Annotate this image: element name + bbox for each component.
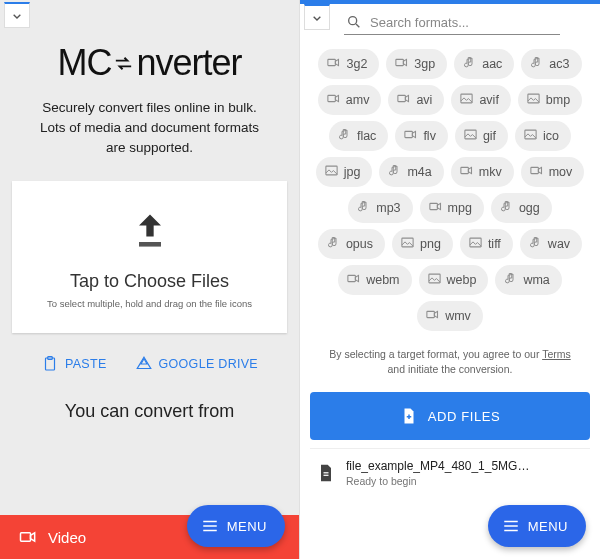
dropzone-subtitle: To select multiple, hold and drag on the… <box>24 298 275 309</box>
svg-point-4 <box>349 17 357 25</box>
format-chip-mpg[interactable]: mpg <box>420 193 484 223</box>
chip-label: jpg <box>344 165 361 179</box>
svg-rect-13 <box>525 130 536 139</box>
convert-icon <box>112 42 135 84</box>
format-chip-bmp[interactable]: bmp <box>518 85 582 115</box>
format-chip-3g2[interactable]: 3g2 <box>318 49 379 79</box>
tagline: Securely convert files online in bulk. L… <box>16 98 283 157</box>
format-chip-mkv[interactable]: mkv <box>451 157 514 187</box>
format-chip-ico[interactable]: ico <box>515 121 571 151</box>
format-chip-avif[interactable]: avif <box>451 85 510 115</box>
format-chip-wma[interactable]: wma <box>495 265 561 295</box>
file-info: file_example_MP4_480_1_5MG… Ready to beg… <box>346 459 584 487</box>
chip-label: mov <box>549 165 573 179</box>
format-chip-aac[interactable]: aac <box>454 49 514 79</box>
format-chip-wav[interactable]: wav <box>520 229 582 259</box>
terms-link[interactable]: Terms <box>542 348 571 360</box>
audio-icon <box>356 199 371 217</box>
collapse-button-left[interactable] <box>4 2 30 28</box>
video-tab-label: Video <box>48 529 86 546</box>
paste-label: PASTE <box>65 357 107 371</box>
format-chip-flac[interactable]: flac <box>329 121 388 151</box>
svg-rect-8 <box>398 95 406 101</box>
chip-label: ogg <box>519 201 540 215</box>
svg-rect-11 <box>405 131 413 137</box>
dropzone[interactable]: Tap to Choose Files To select multiple, … <box>12 181 287 333</box>
convert-from-heading: You can convert from <box>0 401 299 422</box>
logo-text-2: nverter <box>136 42 241 83</box>
svg-rect-12 <box>465 130 476 139</box>
audio-icon <box>528 235 543 253</box>
chip-label: ac3 <box>549 57 569 71</box>
chip-label: avif <box>479 93 498 107</box>
menu-fab-left[interactable]: MENU <box>187 505 285 547</box>
chip-label: webm <box>366 273 399 287</box>
format-chip-webp[interactable]: webp <box>419 265 489 295</box>
chip-label: mpg <box>448 201 472 215</box>
svg-rect-23 <box>324 473 329 474</box>
video-icon <box>425 307 440 325</box>
app-logo: MCnverter <box>16 42 283 86</box>
svg-rect-0 <box>139 242 161 247</box>
svg-rect-15 <box>461 167 469 173</box>
format-chip-avi[interactable]: avi <box>388 85 444 115</box>
chip-label: 3gp <box>414 57 435 71</box>
file-status: Ready to begin <box>346 475 584 487</box>
format-chip-mov[interactable]: mov <box>521 157 585 187</box>
format-chip-amv[interactable]: amv <box>318 85 382 115</box>
svg-rect-10 <box>528 94 539 103</box>
terms-text: By selecting a target format, you agree … <box>300 341 600 388</box>
image-icon <box>400 235 415 253</box>
format-chip-m4a[interactable]: m4a <box>379 157 443 187</box>
audio-icon <box>503 271 518 289</box>
video-icon <box>18 527 38 547</box>
video-icon <box>529 163 544 181</box>
add-files-label: ADD FILES <box>428 409 501 424</box>
add-files-button[interactable]: ADD FILES <box>310 392 590 440</box>
chip-label: wmv <box>445 309 471 323</box>
search-input[interactable] <box>370 15 558 30</box>
video-icon <box>428 199 443 217</box>
format-chip-wmv[interactable]: wmv <box>417 301 483 331</box>
audio-icon <box>529 55 544 73</box>
chip-label: flac <box>357 129 376 143</box>
format-chip-ogg[interactable]: ogg <box>491 193 552 223</box>
format-chip-webm[interactable]: webm <box>338 265 411 295</box>
format-chip-3gp[interactable]: 3gp <box>386 49 447 79</box>
intro-pane: MCnverter Securely convert files online … <box>0 0 300 559</box>
format-chip-opus[interactable]: opus <box>318 229 385 259</box>
format-chip-flv[interactable]: flv <box>395 121 448 151</box>
menu-fab-right[interactable]: MENU <box>488 505 586 547</box>
search-box[interactable] <box>344 10 560 35</box>
collapse-button-right[interactable] <box>304 4 330 30</box>
chip-label: mkv <box>479 165 502 179</box>
format-chip-tiff[interactable]: tiff <box>460 229 513 259</box>
google-drive-button[interactable]: GOOGLE DRIVE <box>135 355 258 373</box>
chip-label: bmp <box>546 93 570 107</box>
paste-button[interactable]: PASTE <box>41 355 107 373</box>
file-row[interactable]: file_example_MP4_480_1_5MG… Ready to beg… <box>310 448 590 497</box>
logo-text-1: MC <box>57 42 111 83</box>
chip-label: avi <box>416 93 432 107</box>
chip-label: mp3 <box>376 201 400 215</box>
format-chip-png[interactable]: png <box>392 229 453 259</box>
upload-icon <box>24 209 275 257</box>
video-icon <box>326 91 341 109</box>
top-accent-bar <box>300 0 600 4</box>
image-icon <box>526 91 541 109</box>
format-chip-jpg[interactable]: jpg <box>316 157 373 187</box>
format-chip-ac3[interactable]: ac3 <box>521 49 581 79</box>
svg-rect-24 <box>324 475 329 476</box>
svg-rect-18 <box>402 238 413 247</box>
chip-label: 3g2 <box>346 57 367 71</box>
svg-rect-6 <box>396 59 404 65</box>
chip-label: opus <box>346 237 373 251</box>
video-icon <box>346 271 361 289</box>
format-chip-mp3[interactable]: mp3 <box>348 193 412 223</box>
video-icon <box>459 163 474 181</box>
video-icon <box>326 55 341 73</box>
svg-rect-17 <box>429 203 437 209</box>
dropzone-title: Tap to Choose Files <box>24 271 275 292</box>
format-chip-gif[interactable]: gif <box>455 121 508 151</box>
google-drive-icon <box>135 355 153 373</box>
